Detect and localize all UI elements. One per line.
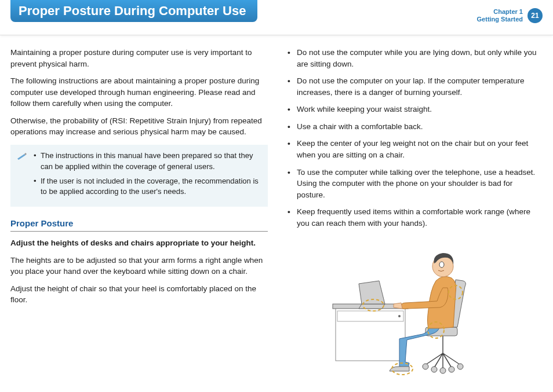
page-header: Proper Posture During Computer Use Chapt… <box>0 0 553 35</box>
svg-point-6 <box>457 364 463 369</box>
intro-paragraph-2: The following instructions are about mai… <box>10 75 268 109</box>
list-item: Do not use the computer while you are ly… <box>285 47 543 69</box>
left-column: Maintaining a proper posture during comp… <box>10 47 268 383</box>
svg-point-7 <box>431 367 437 372</box>
chapter-info: Chapter 1 Getting Started <box>477 8 523 23</box>
subsection-heading: Adjust the heights of desks and chairs a… <box>10 237 268 249</box>
list-item: Keep frequently used items within a comf… <box>285 206 543 229</box>
note-box: The instructions in this manual have bee… <box>10 145 268 207</box>
list-item: To use the computer while talking over t… <box>285 167 543 201</box>
page-title: Proper Posture During Computer Use <box>10 0 257 22</box>
list-item: Use a chair with a comfortable back. <box>285 121 543 133</box>
svg-point-9 <box>440 368 446 373</box>
chapter-number: Chapter 1 <box>477 8 523 16</box>
chapter-name: Getting Started <box>477 16 523 23</box>
posture-illustration <box>285 235 543 383</box>
body-paragraph: Adjust the height of chair so that your … <box>10 283 268 306</box>
list-item: Keep the center of your leg weight not o… <box>285 138 543 160</box>
svg-point-8 <box>449 367 454 372</box>
intro-paragraph-3: Otherwise, the probability of (RSI: Repe… <box>10 115 268 138</box>
header-meta: Chapter 1 Getting Started 21 <box>477 8 543 23</box>
svg-point-5 <box>423 364 428 369</box>
note-item: The instructions in this manual have bee… <box>34 151 260 173</box>
right-column: Do not use the computer while you are ly… <box>285 47 543 383</box>
note-item: If the user is not included in the cover… <box>34 176 260 198</box>
content-area: Maintaining a proper posture during comp… <box>0 35 553 392</box>
svg-point-12 <box>439 262 444 268</box>
svg-rect-2 <box>337 311 403 321</box>
body-paragraph: The heights are to be adjusted so that y… <box>10 255 268 277</box>
list-item: Work while keeping your waist straight. <box>285 104 543 115</box>
page-number-badge: 21 <box>527 8 543 23</box>
intro-paragraph-1: Maintaining a proper posture during comp… <box>10 47 268 69</box>
posture-bullet-list: Do not use the computer while you are ly… <box>285 47 543 229</box>
svg-point-3 <box>398 315 401 317</box>
section-heading: Proper Posture <box>10 217 268 232</box>
list-item: Do not use the computer on your lap. If … <box>285 75 543 98</box>
note-icon <box>16 151 27 164</box>
